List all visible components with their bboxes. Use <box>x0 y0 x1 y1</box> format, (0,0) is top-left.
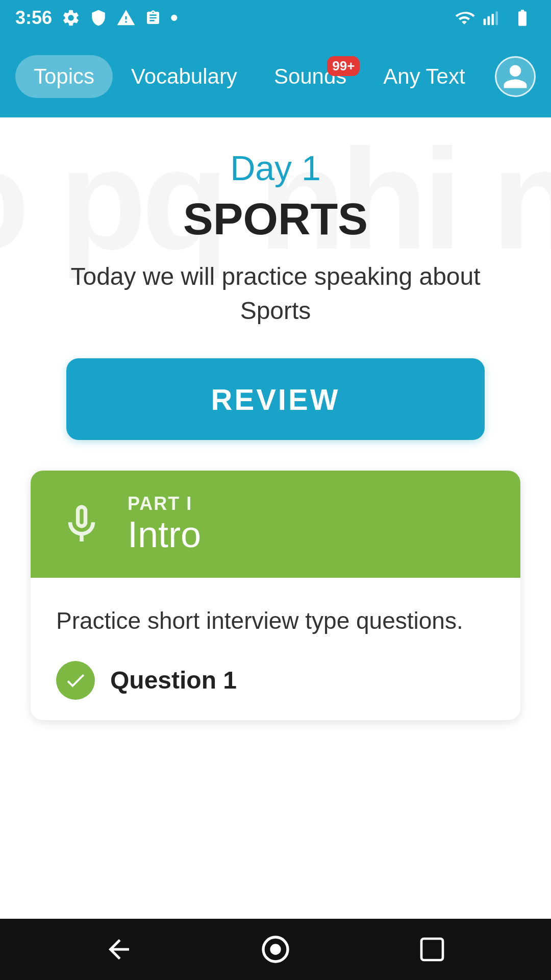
day-label: Day 1 <box>230 148 321 188</box>
topic-description: Today we will practice speaking about Sp… <box>56 259 495 328</box>
battery-icon <box>509 8 536 28</box>
part-card-header[interactable]: PART I Intro <box>31 471 520 577</box>
nav-item-any-text[interactable]: Any Text <box>365 55 483 98</box>
svg-rect-1 <box>488 16 490 25</box>
signal-icon <box>483 8 502 28</box>
main-content: ho pq nhi nhi Day 1 SPORTS Today we will… <box>0 117 551 919</box>
review-button[interactable]: REVIEW <box>66 358 485 440</box>
nav-item-sounds[interactable]: Sounds 99+ <box>256 55 365 98</box>
avatar-icon <box>501 62 530 91</box>
part-info: PART I Intro <box>128 493 201 555</box>
status-bar-right <box>453 8 536 28</box>
warning-icon <box>116 8 136 28</box>
wifi-icon <box>453 8 475 28</box>
nav-item-vocabulary[interactable]: Vocabulary <box>113 55 256 98</box>
status-bar-left: 3:56 • <box>15 6 178 30</box>
microphone-icon <box>59 496 105 552</box>
svg-point-5 <box>270 944 281 954</box>
part-name: Intro <box>128 514 201 555</box>
clipboard-icon <box>145 8 161 28</box>
checkmark-icon <box>64 669 87 692</box>
check-circle <box>56 661 95 700</box>
svg-rect-0 <box>484 19 486 26</box>
mic-icon-container <box>56 499 107 550</box>
part-label: PART I <box>128 493 201 514</box>
status-bar: 3:56 • <box>0 0 551 36</box>
svg-rect-6 <box>421 939 443 960</box>
shield-icon <box>90 8 107 28</box>
svg-rect-3 <box>495 11 498 25</box>
settings-icon <box>61 8 81 28</box>
user-avatar[interactable] <box>495 56 536 97</box>
recents-button[interactable] <box>412 929 453 970</box>
time-display: 3:56 <box>15 7 52 29</box>
dot-indicator: • <box>170 6 178 30</box>
part-card: PART I Intro Practice short interview ty… <box>31 471 520 720</box>
topic-title: SPORTS <box>183 193 368 245</box>
recents-icon <box>418 935 446 964</box>
question-item[interactable]: Question 1 <box>56 661 495 700</box>
part-card-body: Practice short interview type questions.… <box>31 578 520 720</box>
back-button[interactable] <box>98 929 139 970</box>
home-icon <box>259 933 292 966</box>
sounds-badge: 99+ <box>327 56 360 76</box>
bottom-nav <box>0 919 551 980</box>
card-area: PART I Intro Practice short interview ty… <box>31 471 520 720</box>
nav-item-topics[interactable]: Topics <box>15 55 113 98</box>
part-description: Practice short interview type questions. <box>56 603 495 639</box>
question-label: Question 1 <box>110 666 237 694</box>
back-icon <box>104 934 134 965</box>
nav-bar: Topics Vocabulary Sounds 99+ Any Text <box>0 36 551 117</box>
home-button[interactable] <box>255 929 296 970</box>
svg-rect-2 <box>491 14 494 25</box>
